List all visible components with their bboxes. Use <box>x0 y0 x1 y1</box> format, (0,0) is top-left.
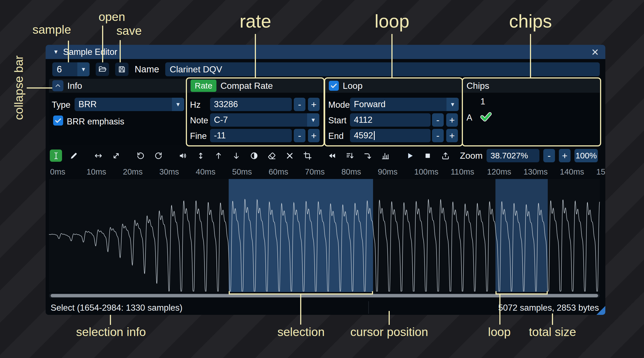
annotation-collapse-bar-label: collapse bar <box>12 46 25 129</box>
loop-start-value: 4112 <box>354 115 372 125</box>
waveform-scrollbar[interactable] <box>49 293 600 298</box>
toolbar-icons <box>50 149 451 162</box>
type-select[interactable]: BRR ▼ <box>75 98 184 111</box>
trim-tool-button[interactable] <box>301 149 314 162</box>
scrollbar-thumb[interactable] <box>51 294 598 297</box>
tab-rate[interactable]: Rate <box>191 80 216 92</box>
hz-increase-button[interactable]: + <box>308 98 320 111</box>
rate-panel: Rate Compat Rate Hz 33286 - + Note C-7 ▼… <box>187 79 323 145</box>
open-folder-icon <box>98 65 107 73</box>
sample-name-input[interactable]: Clarinet DQV <box>165 62 600 76</box>
save-floppy-icon <box>118 65 126 73</box>
ruler-label: 90ms <box>378 167 398 176</box>
sample-name-value: Clarinet DQV <box>170 64 222 75</box>
loop-start-decrease-button[interactable]: - <box>432 113 444 127</box>
stop-tool-button[interactable] <box>421 149 434 162</box>
chevron-down-icon: ▼ <box>77 62 90 76</box>
check-icon <box>54 117 62 124</box>
titlebar[interactable]: ▼ Sample Editor × <box>46 45 605 59</box>
ruler-label: 60ms <box>268 167 288 176</box>
loop-start-input[interactable]: 4112 <box>350 113 431 127</box>
fade-out-tool-button[interactable] <box>230 149 242 162</box>
resize-tool-button[interactable] <box>92 149 104 162</box>
sample-editor-window: ▼ Sample Editor × 6 ▼ Name <box>46 45 605 315</box>
ruler-label: 10ms <box>87 167 106 176</box>
type-value: BRR <box>78 99 97 109</box>
export-tool-button[interactable] <box>439 149 451 162</box>
annotation-line <box>552 313 553 325</box>
zoom-controls: Zoom 38.7027% - + 100% <box>460 149 598 162</box>
hz-label: Hz <box>190 100 201 110</box>
annotation-cursor-position-label: cursor position <box>331 325 448 339</box>
brr-emphasis-checkbox[interactable] <box>53 116 63 126</box>
hz-decrease-button[interactable]: - <box>294 98 305 111</box>
tab-compat-rate[interactable]: Compat Rate <box>220 81 273 91</box>
fade-out-icon <box>232 151 241 160</box>
hz-input[interactable]: 33286 <box>210 98 292 111</box>
loop-checkbox[interactable] <box>329 81 339 91</box>
chart-icon <box>381 151 390 160</box>
open-sample-button[interactable] <box>96 63 109 76</box>
draw-tool-button[interactable] <box>68 149 80 162</box>
annotation-selection-label: selection <box>251 325 351 339</box>
chip-enabled-checkbox[interactable] <box>479 110 493 123</box>
zoom-reset-button[interactable]: 100% <box>574 149 598 162</box>
zoom-out-button[interactable]: - <box>543 149 555 162</box>
ruler-label: 150ms <box>596 167 606 176</box>
annotation-selection-info-label: selection info <box>61 325 161 339</box>
ruler-label: 40ms <box>196 167 216 176</box>
select-tool-button[interactable] <box>50 149 62 162</box>
toolbar-gap <box>170 155 171 156</box>
filter-tool-button[interactable] <box>344 149 356 162</box>
chips-panel-title: Chips <box>467 81 489 91</box>
loop-panel: Loop Mode Forward ▼ Start 4112 - + End <box>325 79 462 145</box>
stop-icon <box>423 151 432 160</box>
chart-tool-button[interactable] <box>379 149 391 162</box>
chip-column-header: 1 <box>480 97 485 107</box>
insert-tool-button[interactable] <box>361 149 374 162</box>
zoom-input[interactable]: 38.7027% <box>487 149 539 162</box>
redo-tool-button[interactable] <box>152 149 164 162</box>
invert-tool-button[interactable] <box>248 149 260 162</box>
fade-in-tool-button[interactable] <box>212 149 224 162</box>
ruler-label: 110ms <box>451 167 474 176</box>
window-collapse-icon[interactable]: ▼ <box>53 49 59 55</box>
info-collapse-button[interactable] <box>52 80 63 91</box>
chips-panel: Chips 1 A <box>463 79 600 145</box>
annotation-total-size-label: total size <box>508 325 597 339</box>
delete-tool-button[interactable] <box>283 149 296 162</box>
sample-number-select[interactable]: 6 ▼ <box>52 62 90 76</box>
insert-icon <box>363 151 372 160</box>
loop-end-input[interactable]: 4592 <box>350 129 431 142</box>
draw-icon <box>70 151 78 160</box>
undo-tool-button[interactable] <box>134 149 147 162</box>
loop-start-increase-button[interactable]: + <box>446 113 458 127</box>
fine-increase-button[interactable]: + <box>308 129 320 142</box>
toolbar-gap <box>397 155 398 156</box>
chevron-down-icon: ▼ <box>307 113 319 127</box>
reverse-icon <box>328 151 336 160</box>
zoom-value: 38.7027% <box>490 151 528 160</box>
volume-tool-button[interactable] <box>177 149 189 162</box>
ruler-label: 0ms <box>50 167 65 176</box>
normalize-tool-button[interactable] <box>194 149 207 162</box>
annotation-open-label: open <box>92 10 132 24</box>
save-sample-button[interactable] <box>115 63 129 76</box>
fine-decrease-button[interactable]: - <box>294 129 305 142</box>
close-button[interactable]: × <box>591 46 599 58</box>
ruler-label: 20ms <box>123 167 143 176</box>
loop-end-increase-button[interactable]: + <box>446 129 458 142</box>
reverse-tool-button[interactable] <box>326 149 338 162</box>
resample-tool-button[interactable] <box>110 149 122 162</box>
note-select[interactable]: C-7 ▼ <box>210 113 319 127</box>
loop-mode-select[interactable]: Forward ▼ <box>350 98 459 111</box>
loop-end-decrease-button[interactable]: - <box>432 129 444 142</box>
waveform-display[interactable] <box>49 179 600 292</box>
delete-icon <box>285 151 294 160</box>
fine-input[interactable]: -11 <box>210 129 292 142</box>
green-check-icon <box>480 111 492 122</box>
play-tool-button[interactable] <box>404 149 416 162</box>
zoom-in-button[interactable]: + <box>559 149 571 162</box>
eraser-tool-button[interactable] <box>266 149 278 162</box>
window-resize-grip[interactable] <box>596 306 605 315</box>
